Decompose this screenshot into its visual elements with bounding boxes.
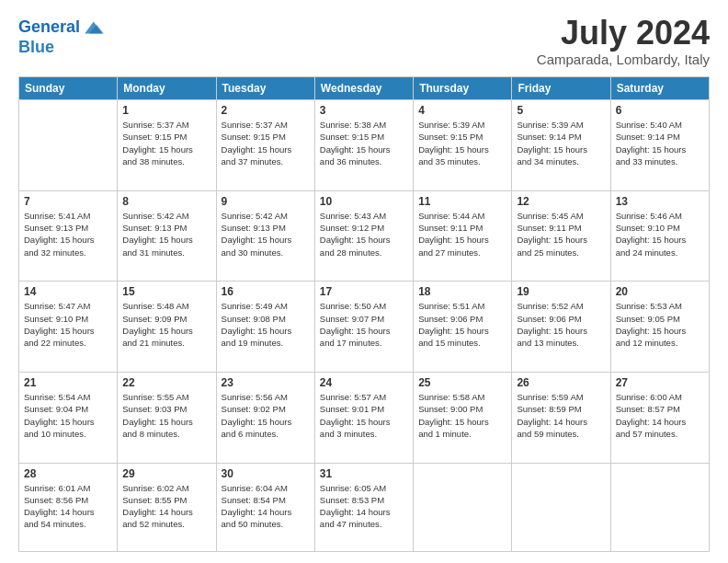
day-info: Sunrise: 5:51 AMSunset: 9:06 PMDaylight:…	[418, 300, 506, 349]
day-info: Sunrise: 5:56 AMSunset: 9:02 PMDaylight:…	[222, 391, 310, 440]
day-info: Sunrise: 6:05 AMSunset: 8:53 PMDaylight:…	[320, 482, 408, 531]
day-cell: 10Sunrise: 5:43 AMSunset: 9:12 PMDayligh…	[314, 190, 413, 282]
day-cell: 16Sunrise: 5:49 AMSunset: 9:08 PMDayligh…	[216, 282, 314, 373]
day-info: Sunrise: 5:59 AMSunset: 8:59 PMDaylight:…	[517, 391, 605, 440]
day-cell: 31Sunrise: 6:05 AMSunset: 8:53 PMDayligh…	[314, 463, 413, 551]
col-header-wednesday: Wednesday	[314, 77, 413, 100]
day-number: 5	[517, 104, 605, 117]
day-info: Sunrise: 5:38 AMSunset: 9:15 PMDaylight:…	[320, 119, 408, 167]
col-header-sunday: Sunday	[19, 77, 118, 100]
day-info: Sunrise: 5:37 AMSunset: 9:15 PMDaylight:…	[122, 119, 210, 167]
day-info: Sunrise: 5:57 AMSunset: 9:01 PMDaylight:…	[320, 391, 408, 440]
logo-text2: Blue	[18, 39, 104, 57]
day-number: 18	[418, 285, 506, 298]
day-number: 22	[122, 376, 210, 389]
col-header-monday: Monday	[118, 77, 216, 100]
day-info: Sunrise: 5:39 AMSunset: 9:15 PMDaylight:…	[418, 119, 506, 167]
day-number: 9	[222, 195, 310, 208]
day-cell: 13Sunrise: 5:46 AMSunset: 9:10 PMDayligh…	[610, 190, 709, 282]
location-title: Camparada, Lombardy, Italy	[537, 52, 710, 67]
day-info: Sunrise: 5:53 AMSunset: 9:05 PMDaylight:…	[616, 300, 704, 349]
day-cell: 3Sunrise: 5:38 AMSunset: 9:15 PMDaylight…	[314, 100, 413, 191]
day-info: Sunrise: 5:55 AMSunset: 9:03 PMDaylight:…	[122, 391, 210, 440]
page: General Blue July 2024 Camparada, Lombar…	[0, 0, 728, 563]
day-info: Sunrise: 6:04 AMSunset: 8:54 PMDaylight:…	[222, 482, 310, 531]
day-info: Sunrise: 6:00 AMSunset: 8:57 PMDaylight:…	[616, 391, 704, 440]
month-title: July 2024	[537, 17, 710, 50]
day-number: 26	[517, 376, 605, 389]
col-header-thursday: Thursday	[414, 77, 512, 100]
day-cell: 14Sunrise: 5:47 AMSunset: 9:10 PMDayligh…	[19, 282, 118, 373]
day-cell: 12Sunrise: 5:45 AMSunset: 9:11 PMDayligh…	[512, 190, 610, 282]
day-number: 15	[122, 285, 210, 298]
day-info: Sunrise: 5:47 AMSunset: 9:10 PMDaylight:…	[24, 300, 112, 349]
week-row-3: 21Sunrise: 5:54 AMSunset: 9:04 PMDayligh…	[19, 372, 710, 463]
day-info: Sunrise: 5:42 AMSunset: 9:13 PMDaylight:…	[222, 210, 310, 259]
day-info: Sunrise: 5:48 AMSunset: 9:09 PMDaylight:…	[122, 300, 210, 349]
day-info: Sunrise: 5:49 AMSunset: 9:08 PMDaylight:…	[222, 300, 310, 349]
day-number: 28	[24, 467, 112, 480]
day-number: 23	[222, 376, 310, 389]
day-cell: 29Sunrise: 6:02 AMSunset: 8:55 PMDayligh…	[118, 463, 216, 551]
day-cell: 25Sunrise: 5:58 AMSunset: 9:00 PMDayligh…	[414, 372, 512, 463]
logo: General Blue	[18, 17, 104, 57]
day-number: 11	[418, 195, 506, 208]
day-cell: 8Sunrise: 5:42 AMSunset: 9:13 PMDaylight…	[118, 190, 216, 282]
day-info: Sunrise: 5:37 AMSunset: 9:15 PMDaylight:…	[222, 119, 310, 167]
day-info: Sunrise: 6:01 AMSunset: 8:56 PMDaylight:…	[24, 482, 112, 531]
day-cell: 1Sunrise: 5:37 AMSunset: 9:15 PMDaylight…	[118, 100, 216, 191]
day-info: Sunrise: 5:58 AMSunset: 9:00 PMDaylight:…	[418, 391, 506, 440]
day-cell: 7Sunrise: 5:41 AMSunset: 9:13 PMDaylight…	[19, 190, 118, 282]
day-cell: 17Sunrise: 5:50 AMSunset: 9:07 PMDayligh…	[314, 282, 413, 373]
col-header-saturday: Saturday	[610, 77, 709, 100]
day-number: 24	[320, 376, 408, 389]
day-info: Sunrise: 5:52 AMSunset: 9:06 PMDaylight:…	[517, 300, 605, 349]
day-info: Sunrise: 5:43 AMSunset: 9:12 PMDaylight:…	[320, 210, 408, 259]
day-cell: 27Sunrise: 6:00 AMSunset: 8:57 PMDayligh…	[610, 372, 709, 463]
day-cell: 11Sunrise: 5:44 AMSunset: 9:11 PMDayligh…	[414, 190, 512, 282]
day-info: Sunrise: 5:39 AMSunset: 9:14 PMDaylight:…	[517, 119, 605, 167]
day-cell: 30Sunrise: 6:04 AMSunset: 8:54 PMDayligh…	[216, 463, 314, 551]
day-number: 7	[24, 195, 112, 208]
day-cell: 2Sunrise: 5:37 AMSunset: 9:15 PMDaylight…	[216, 100, 314, 191]
day-number: 20	[616, 285, 704, 298]
day-info: Sunrise: 5:42 AMSunset: 9:13 PMDaylight:…	[122, 210, 210, 259]
day-cell: 9Sunrise: 5:42 AMSunset: 9:13 PMDaylight…	[216, 190, 314, 282]
day-cell: 21Sunrise: 5:54 AMSunset: 9:04 PMDayligh…	[19, 372, 118, 463]
day-info: Sunrise: 5:41 AMSunset: 9:13 PMDaylight:…	[24, 210, 112, 259]
week-row-0: 1Sunrise: 5:37 AMSunset: 9:15 PMDaylight…	[19, 100, 710, 191]
day-number: 29	[122, 467, 210, 480]
calendar-table: SundayMondayTuesdayWednesdayThursdayFrid…	[18, 76, 710, 552]
day-info: Sunrise: 5:46 AMSunset: 9:10 PMDaylight:…	[616, 210, 704, 259]
day-cell: 4Sunrise: 5:39 AMSunset: 9:15 PMDaylight…	[414, 100, 512, 191]
day-number: 25	[418, 376, 506, 389]
header: General Blue July 2024 Camparada, Lombar…	[18, 17, 710, 67]
day-number: 10	[320, 195, 408, 208]
day-cell	[610, 463, 709, 551]
day-number: 27	[616, 376, 704, 389]
day-number: 14	[24, 285, 112, 298]
day-info: Sunrise: 5:45 AMSunset: 9:11 PMDaylight:…	[517, 210, 605, 259]
day-cell	[512, 463, 610, 551]
day-info: Sunrise: 5:44 AMSunset: 9:11 PMDaylight:…	[418, 210, 506, 259]
col-header-tuesday: Tuesday	[216, 77, 314, 100]
day-cell	[19, 100, 118, 191]
day-info: Sunrise: 5:54 AMSunset: 9:04 PMDaylight:…	[24, 391, 112, 440]
day-cell: 6Sunrise: 5:40 AMSunset: 9:14 PMDaylight…	[610, 100, 709, 191]
day-cell: 5Sunrise: 5:39 AMSunset: 9:14 PMDaylight…	[512, 100, 610, 191]
day-number: 30	[222, 467, 310, 480]
day-number: 17	[320, 285, 408, 298]
week-row-4: 28Sunrise: 6:01 AMSunset: 8:56 PMDayligh…	[19, 463, 710, 551]
col-header-friday: Friday	[512, 77, 610, 100]
day-number: 21	[24, 376, 112, 389]
day-number: 12	[517, 195, 605, 208]
day-cell: 24Sunrise: 5:57 AMSunset: 9:01 PMDayligh…	[314, 372, 413, 463]
day-cell: 28Sunrise: 6:01 AMSunset: 8:56 PMDayligh…	[19, 463, 118, 551]
week-row-2: 14Sunrise: 5:47 AMSunset: 9:10 PMDayligh…	[19, 282, 710, 373]
header-row: SundayMondayTuesdayWednesdayThursdayFrid…	[19, 77, 710, 100]
day-number: 3	[320, 104, 408, 117]
day-cell: 19Sunrise: 5:52 AMSunset: 9:06 PMDayligh…	[512, 282, 610, 373]
day-cell: 22Sunrise: 5:55 AMSunset: 9:03 PMDayligh…	[118, 372, 216, 463]
day-number: 2	[222, 104, 310, 117]
day-number: 31	[320, 467, 408, 480]
